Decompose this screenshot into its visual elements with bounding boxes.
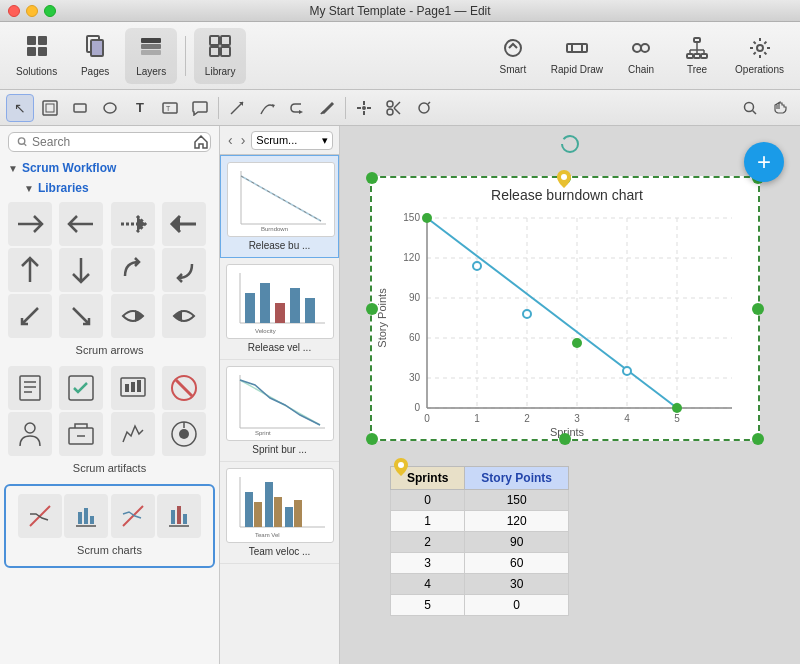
rapid-draw-button[interactable]: Rapid Draw: [543, 28, 611, 84]
svg-rect-60: [137, 380, 141, 392]
text-tool[interactable]: T: [126, 94, 154, 122]
canvas-area[interactable]: + Release burndown chart Story Points: [340, 126, 800, 664]
svg-rect-105: [274, 497, 282, 527]
search-tool-button[interactable]: [736, 94, 764, 122]
layers-button[interactable]: Layers: [125, 28, 177, 84]
points-val: 30: [465, 574, 569, 595]
libraries-arrow: ▼: [24, 183, 34, 194]
home-icon[interactable]: [193, 134, 209, 154]
select-tool[interactable]: ↖: [6, 94, 34, 122]
chart-wrapper[interactable]: Release burndown chart Story Points: [370, 176, 760, 441]
svg-point-33: [104, 103, 116, 113]
rectangle-tool[interactable]: [66, 94, 94, 122]
handle-mr[interactable]: [752, 303, 764, 315]
template-team-velocity[interactable]: Team Vel Team veloc ...: [220, 462, 339, 564]
svg-rect-32: [74, 104, 86, 112]
shape-cell[interactable]: [59, 294, 103, 338]
data-point-2: [523, 310, 531, 318]
shape-cell[interactable]: [162, 248, 206, 292]
cut-tool[interactable]: [380, 94, 408, 122]
comment-tool[interactable]: [186, 94, 214, 122]
points-val: 120: [465, 511, 569, 532]
svg-rect-6: [141, 38, 161, 43]
toolbar-separator-1: [185, 36, 186, 76]
pages-button[interactable]: Pages: [69, 28, 121, 84]
smart-icon: [501, 36, 525, 64]
chain-button[interactable]: Chain: [615, 28, 667, 84]
edit-tool[interactable]: [410, 94, 438, 122]
shape-cell[interactable]: [59, 248, 103, 292]
shape-cell[interactable]: [111, 202, 155, 246]
libraries-item[interactable]: ▼ Libraries: [16, 178, 219, 198]
operations-label: Operations: [735, 64, 784, 75]
close-button[interactable]: [8, 5, 20, 17]
shape-cell[interactable]: [59, 202, 103, 246]
pages-label: Pages: [81, 66, 109, 77]
solutions-button[interactable]: Solutions: [8, 28, 65, 84]
svg-rect-59: [131, 382, 135, 392]
shape-cell[interactable]: [18, 494, 62, 538]
shape-cell[interactable]: [157, 494, 201, 538]
svg-text:5: 5: [674, 413, 680, 424]
shape-cell[interactable]: [8, 412, 52, 456]
shape-cell[interactable]: [111, 366, 155, 410]
drag-tool[interactable]: [350, 94, 378, 122]
solutions-icon: [25, 34, 49, 64]
handle-ml[interactable]: [366, 303, 378, 315]
shape-cell[interactable]: [162, 294, 206, 338]
shape-cell[interactable]: [8, 366, 52, 410]
shape-cell[interactable]: [162, 412, 206, 456]
search-input[interactable]: [32, 135, 202, 149]
nav-dropdown[interactable]: Scrum... ▾: [251, 131, 333, 150]
shape-cell[interactable]: [8, 294, 52, 338]
shape-cell[interactable]: [111, 248, 155, 292]
minimize-button[interactable]: [26, 5, 38, 17]
library-button[interactable]: Library: [194, 28, 246, 84]
template-release-burndown[interactable]: Burndown Release bu ...: [220, 155, 339, 258]
line-tool[interactable]: [223, 94, 251, 122]
maximize-button[interactable]: [44, 5, 56, 17]
tree-button[interactable]: Tree: [671, 28, 723, 84]
operations-button[interactable]: Operations: [727, 28, 792, 84]
frame-tool[interactable]: [36, 94, 64, 122]
nav-forward[interactable]: ›: [239, 130, 248, 150]
template-release-velocity[interactable]: Velocity Release vel ...: [220, 258, 339, 360]
fab-add-button[interactable]: +: [744, 142, 784, 182]
shape-cell[interactable]: [111, 494, 155, 538]
svg-rect-31: [46, 104, 54, 112]
smart-button[interactable]: Smart: [487, 28, 539, 84]
nav-back[interactable]: ‹: [226, 130, 235, 150]
pen-tool[interactable]: [313, 94, 341, 122]
handle-br[interactable]: [752, 433, 764, 445]
text-frame-tool[interactable]: T: [156, 94, 184, 122]
shape-cell[interactable]: [111, 412, 155, 456]
shape-cell[interactable]: [64, 494, 108, 538]
shape-cell[interactable]: [59, 412, 103, 456]
undo-line-tool[interactable]: [283, 94, 311, 122]
handle-tl[interactable]: [366, 172, 378, 184]
svg-rect-7: [141, 44, 161, 49]
template-thumb-team-velocity: Team Vel: [226, 468, 334, 543]
curved-line-tool[interactable]: [253, 94, 281, 122]
second-toolbar: ↖ T T: [0, 90, 800, 126]
svg-rect-20: [694, 38, 700, 42]
svg-rect-2: [27, 47, 36, 56]
svg-rect-77: [183, 514, 187, 524]
svg-point-109: [562, 136, 578, 152]
hand-tool[interactable]: [766, 94, 794, 122]
table-pin-icon: [394, 458, 408, 480]
shape-cell[interactable]: [162, 202, 206, 246]
ellipse-tool[interactable]: [96, 94, 124, 122]
shape-cell[interactable]: [8, 248, 52, 292]
shape-cell[interactable]: [111, 294, 155, 338]
handle-bc[interactable]: [559, 433, 571, 445]
shape-cell[interactable]: [162, 366, 206, 410]
svg-text:120: 120: [403, 252, 420, 263]
shape-cell[interactable]: [8, 202, 52, 246]
template-sprint-burndown[interactable]: Sprint Sprint bur ...: [220, 360, 339, 462]
scrum-workflow-item[interactable]: ▼ Scrum Workflow: [0, 158, 219, 178]
svg-text:Velocity: Velocity: [255, 328, 276, 334]
tree-label: Tree: [687, 64, 707, 75]
handle-bl[interactable]: [366, 433, 378, 445]
shape-cell[interactable]: [59, 366, 103, 410]
